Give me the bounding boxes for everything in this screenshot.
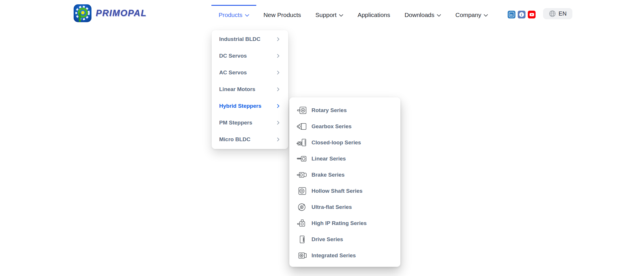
menu-item-industrial-bldc[interactable]: Industrial BLDC [212,31,288,48]
nav-item-label: Support [316,12,337,18]
menu-item-linear-motors[interactable]: Linear Motors [212,81,288,98]
nav-item-applications[interactable]: Applications [350,0,397,30]
closed-loop-motor-icon [296,138,308,148]
hybrid-steppers-submenu: Rotary Series Gearbox Series [289,97,400,267]
ultra-flat-motor-icon [296,202,308,212]
nav-item-label: Products [219,12,242,18]
chevron-down-icon [339,14,343,17]
submenu-item-linear-series[interactable]: Linear Series [289,151,400,167]
language-code: EN [559,10,567,17]
products-dropdown: Industrial BLDC DC Servos AC Servos Line… [212,30,288,149]
linear-motor-icon [296,154,308,164]
linkedin-button[interactable]: in [508,11,515,18]
high-ip-motor-icon [296,218,308,228]
submenu-item-hollow-shaft-series[interactable]: Hollow Shaft Series [289,183,400,199]
facebook-icon: f [519,12,524,17]
linkedin-icon: in [509,12,514,17]
submenu-item-closed-loop-series[interactable]: Closed-loop Series [289,135,400,151]
nav-item-label: Applications [358,12,390,18]
hollow-shaft-motor-icon [296,186,308,196]
submenu-item-brake-series[interactable]: Brake Series [289,167,400,183]
chevron-right-icon [277,104,280,108]
chevron-right-icon [277,121,280,125]
nav-item-new-products[interactable]: New Products [256,0,308,30]
chevron-right-icon [277,37,280,41]
globe-icon [549,10,556,17]
nav-item-label: Downloads [404,12,434,18]
page: PRIMOPAL Products New Products Support A… [0,0,644,276]
main-nav: Products New Products Support Applicatio… [211,0,495,30]
brand-logo[interactable]: PRIMOPAL [73,4,147,22]
nav-item-support[interactable]: Support [308,0,351,30]
motor-logo-icon [73,4,92,22]
brake-motor-icon [296,170,308,180]
menu-item-pm-steppers[interactable]: PM Steppers [212,114,288,131]
drive-box-icon [296,235,308,244]
language-switcher[interactable]: EN [543,8,572,19]
chevron-right-icon [277,87,280,91]
chevron-down-icon [437,14,441,17]
menu-item-dc-servos[interactable]: DC Servos [212,48,288,64]
submenu-item-rotary-series[interactable]: Rotary Series [289,102,400,118]
social-links: in f [508,11,536,18]
nav-item-label: New Products [263,12,301,18]
youtube-icon [529,12,535,17]
menu-item-ac-servos[interactable]: AC Servos [212,64,288,81]
facebook-button[interactable]: f [518,11,525,18]
chevron-right-icon [277,137,280,141]
youtube-button[interactable] [528,11,536,18]
submenu-item-high-ip-rating-series[interactable]: High IP Rating Series [289,215,400,231]
nav-item-products[interactable]: Products [211,0,256,30]
submenu-item-drive-series[interactable]: Drive Series [289,231,400,247]
submenu-item-gearbox-series[interactable]: Gearbox Series [289,118,400,135]
submenu-item-integrated-series[interactable]: Integrated Series [289,247,400,264]
chevron-right-icon [277,54,280,58]
site-header: PRIMOPAL Products New Products Support A… [0,0,644,30]
menu-item-hybrid-steppers[interactable]: Hybrid Steppers [212,98,288,114]
nav-item-company[interactable]: Company [448,0,495,30]
brand-wordmark: PRIMOPAL [96,8,147,18]
menu-item-micro-bldc[interactable]: Micro BLDC [212,131,288,148]
chevron-down-icon [484,14,488,17]
submenu-item-ultra-flat-series[interactable]: Ultra-flat Series [289,199,400,215]
rotary-motor-icon [296,105,308,115]
svg-text:in: in [510,13,513,16]
gearbox-motor-icon [296,122,308,131]
integrated-motor-icon [296,251,308,260]
nav-item-downloads[interactable]: Downloads [397,0,448,30]
nav-item-label: Company [455,12,481,18]
chevron-down-icon [245,14,249,17]
chevron-right-icon [277,71,280,75]
